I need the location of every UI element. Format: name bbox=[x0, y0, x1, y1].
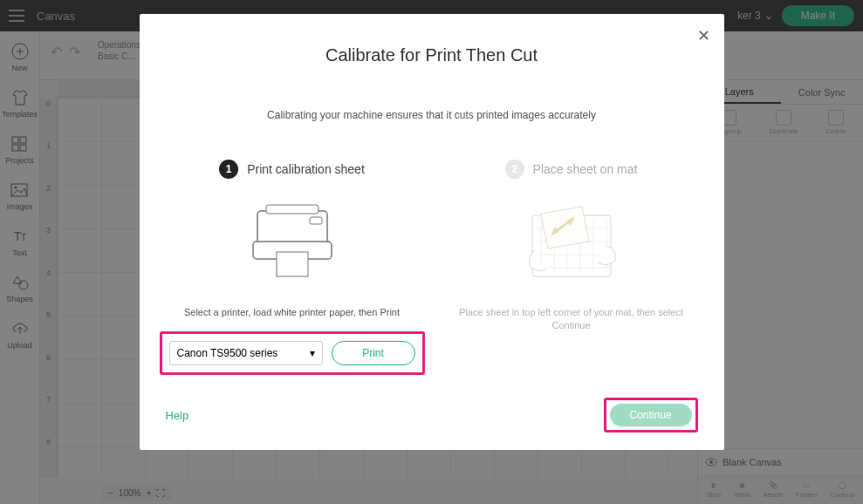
svg-marker-32 bbox=[541, 207, 589, 249]
continue-highlight: Continue bbox=[604, 398, 698, 432]
continue-button[interactable]: Continue bbox=[610, 404, 692, 426]
step-1: 1 Print calibration sheet Select a print… bbox=[170, 160, 414, 375]
step-2: 2 Place sheet on mat bbox=[449, 160, 694, 375]
modal-subtitle: Calibrating your machine ensures that it… bbox=[166, 109, 698, 121]
printer-selected-value: Canon TS9500 series bbox=[177, 347, 278, 359]
print-highlight: Canon TS9500 series ▾ Print bbox=[160, 331, 425, 375]
step-2-label: Place sheet on mat bbox=[533, 162, 638, 176]
step-1-label: Print calibration sheet bbox=[247, 162, 365, 176]
modal-title: Calibrate for Print Then Cut bbox=[166, 45, 698, 65]
step-2-badge: 2 bbox=[505, 160, 524, 179]
step-1-badge: 1 bbox=[219, 160, 238, 179]
step-2-desc: Place sheet in top left corner of your m… bbox=[449, 306, 694, 333]
svg-rect-16 bbox=[257, 211, 327, 246]
mat-illustration bbox=[517, 194, 626, 289]
modal-overlay: ✕ Calibrate for Print Then Cut Calibrati… bbox=[0, 0, 863, 504]
printer-illustration bbox=[238, 194, 346, 289]
svg-rect-19 bbox=[277, 252, 308, 276]
close-icon[interactable]: ✕ bbox=[697, 26, 710, 45]
help-link[interactable]: Help bbox=[166, 409, 189, 422]
print-button[interactable]: Print bbox=[332, 341, 415, 365]
svg-rect-17 bbox=[266, 205, 318, 214]
printer-select[interactable]: Canon TS9500 series ▾ bbox=[169, 341, 323, 365]
calibrate-modal: ✕ Calibrate for Print Then Cut Calibrati… bbox=[140, 14, 724, 450]
chevron-down-icon: ▾ bbox=[310, 347, 315, 359]
step-1-desc: Select a printer, load white printer pap… bbox=[184, 306, 400, 319]
